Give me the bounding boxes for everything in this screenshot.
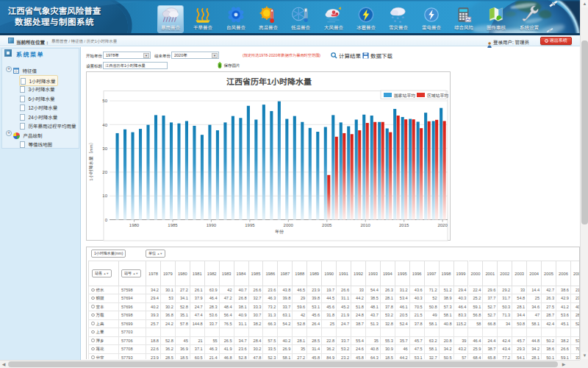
svg-text:2015: 2015 — [399, 223, 409, 227]
svg-text:10: 10 — [102, 194, 107, 198]
svg-text:*: * — [401, 14, 404, 22]
svg-text:1小时降水量（mm）: 1小时降水量（mm） — [88, 140, 93, 180]
svg-text:2020: 2020 — [437, 223, 448, 227]
svg-text:国家站平均: 国家站平均 — [394, 93, 415, 98]
svg-text:*: * — [394, 18, 397, 24]
svg-text:50: 50 — [102, 99, 107, 103]
svg-text:1995: 1995 — [245, 223, 255, 227]
svg-text:区域站平均: 区域站平均 — [427, 93, 448, 98]
svg-text:1990: 1990 — [207, 223, 217, 227]
svg-text:40: 40 — [102, 123, 107, 127]
svg-text:2005: 2005 — [322, 223, 332, 227]
svg-text:1985: 1985 — [168, 223, 178, 227]
svg-text:30: 30 — [102, 146, 107, 151]
svg-text:20: 20 — [102, 170, 107, 174]
svg-text:年份: 年份 — [275, 229, 284, 234]
svg-text:1980: 1980 — [129, 223, 140, 227]
svg-text:2010: 2010 — [361, 223, 371, 227]
svg-text:*: * — [399, 18, 402, 24]
svg-text:2000: 2000 — [284, 223, 294, 227]
